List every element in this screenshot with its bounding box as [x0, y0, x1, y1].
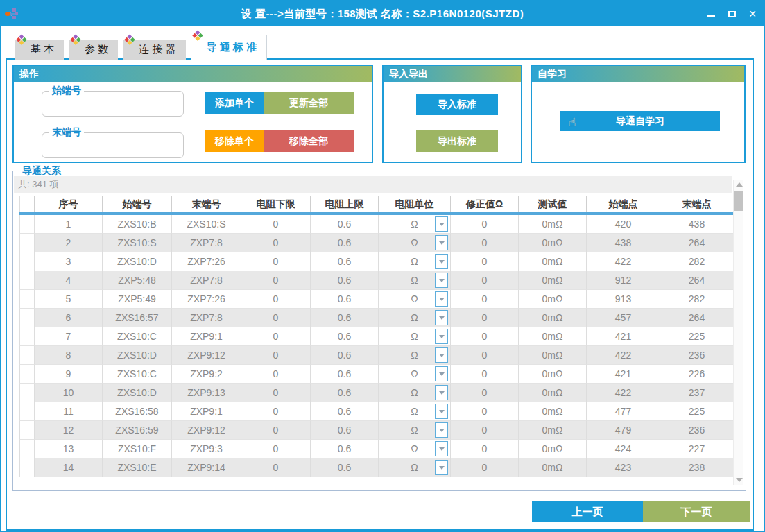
- row-indicator[interactable]: [19, 215, 35, 234]
- table-row[interactable]: 12 ZXS16:59 ZXP9:12 0 0.6 Ω 0 0mΩ 479 23…: [19, 421, 734, 440]
- cell-resistance-upper: 0.6: [311, 290, 379, 309]
- unit-value: Ω: [411, 275, 418, 286]
- start-terminal-label: 始端号: [49, 85, 84, 97]
- tab-connector[interactable]: 连 接 器: [123, 40, 185, 60]
- table-row[interactable]: 1 ZXS10:B ZXS10:S 0 0.6 Ω 0 0mΩ 420 438: [19, 215, 734, 234]
- row-indicator[interactable]: [19, 402, 35, 421]
- table-row[interactable]: 5 ZXP5:49 ZXP7:26 0 0.6 Ω 0 0mΩ 913 282: [19, 290, 734, 309]
- cell-start-point: 479: [587, 421, 660, 440]
- cell-resistance-upper: 0.6: [311, 458, 379, 477]
- unit-dropdown-button[interactable]: [435, 460, 448, 475]
- cell-end: ZXP7:26: [172, 290, 241, 309]
- end-terminal-input[interactable]: [46, 140, 179, 155]
- close-button[interactable]: ✕: [747, 8, 758, 19]
- cell-end-point: 282: [660, 252, 734, 271]
- table-row[interactable]: 13 ZXS10:F ZXP9:3 0 0.6 Ω 0 0mΩ 424 227: [19, 440, 734, 458]
- row-indicator[interactable]: [19, 440, 35, 458]
- cell-end: ZXP7:8: [172, 309, 241, 327]
- row-indicator[interactable]: [19, 384, 35, 402]
- tab-continuity-standard[interactable]: 导 通 标 准: [191, 35, 268, 60]
- unit-dropdown-button[interactable]: [435, 273, 448, 288]
- row-indicator[interactable]: [19, 458, 35, 477]
- cell-start: ZXS10:F: [103, 440, 172, 458]
- unit-dropdown-button[interactable]: [435, 366, 448, 381]
- cell-start: ZXP5:49: [103, 290, 172, 309]
- row-indicator[interactable]: [19, 309, 35, 327]
- cell-end-point: 236: [660, 421, 734, 440]
- unit-dropdown-button[interactable]: [435, 347, 448, 363]
- cell-correction: 0: [451, 458, 519, 477]
- table-row[interactable]: 7 ZXS10:C ZXP9:1 0 0.6 Ω 0 0mΩ 421 225: [19, 327, 734, 346]
- unit-value: Ω: [411, 350, 418, 361]
- cell-start: ZXS16:58: [103, 402, 172, 421]
- unit-dropdown-button[interactable]: [435, 216, 448, 232]
- minimize-button[interactable]: [705, 8, 716, 19]
- cell-resistance-upper: 0.6: [311, 402, 379, 421]
- unit-dropdown-button[interactable]: [435, 254, 448, 269]
- row-indicator[interactable]: [19, 252, 35, 271]
- cell-unit: Ω: [379, 234, 451, 252]
- tab-basic[interactable]: 基 本: [15, 40, 64, 60]
- cell-start-point: 421: [587, 327, 660, 346]
- remove-single-button[interactable]: 移除单个: [205, 130, 264, 152]
- export-standard-button[interactable]: 导出标准: [416, 130, 498, 152]
- unit-dropdown-button[interactable]: [435, 441, 448, 456]
- unit-dropdown-button[interactable]: [435, 422, 448, 438]
- unit-value: Ω: [411, 462, 418, 473]
- row-indicator[interactable]: [19, 421, 35, 440]
- item-count-text: 共: 341 项: [14, 176, 732, 193]
- next-page-button[interactable]: 下一页: [643, 501, 750, 522]
- cell-resistance-upper: 0.6: [311, 271, 379, 290]
- table-row[interactable]: 8 ZXS10:D ZXP9:12 0 0.6 Ω 0 0mΩ 422 236: [19, 346, 734, 365]
- table-row[interactable]: 6 ZXS16:57 ZXP7:8 0 0.6 Ω 0 0mΩ 457 264: [19, 309, 734, 327]
- cell-end-point: 264: [660, 271, 734, 290]
- update-all-button[interactable]: 更新全部: [264, 92, 354, 114]
- unit-dropdown-button[interactable]: [435, 291, 448, 307]
- end-terminal-label: 末端号: [49, 126, 84, 139]
- scroll-up-button[interactable]: [734, 180, 744, 189]
- cell-seq: 9: [35, 365, 103, 384]
- unit-dropdown-button[interactable]: [435, 235, 448, 250]
- cell-correction: 0: [451, 440, 519, 458]
- table-row[interactable]: 10 ZXS10:D ZXP9:13 0 0.6 Ω 0 0mΩ 422 237: [19, 384, 734, 402]
- row-indicator[interactable]: [19, 327, 35, 346]
- table-row[interactable]: 14 ZXS10:E ZXP9:14 0 0.6 Ω 0 0mΩ 423 238: [19, 458, 734, 477]
- table-row[interactable]: 11 ZXS16:58 ZXP9:1 0 0.6 Ω 0 0mΩ 477 225: [19, 402, 734, 421]
- cell-resistance-lower: 0: [241, 290, 311, 309]
- add-single-button[interactable]: 添加单个: [205, 92, 264, 114]
- cell-end: ZXP9:1: [172, 402, 241, 421]
- header-start-point: 始端点: [587, 196, 660, 212]
- unit-dropdown-button[interactable]: [435, 310, 448, 325]
- cell-start: ZXS10:D: [103, 346, 172, 365]
- cell-correction: 0: [451, 234, 519, 252]
- cell-seq: 12: [35, 421, 103, 440]
- unit-dropdown-button[interactable]: [435, 329, 448, 344]
- vertical-scrollbar[interactable]: [733, 180, 743, 485]
- cell-end-point: 282: [660, 290, 734, 309]
- import-standard-button[interactable]: 导入标准: [416, 94, 498, 115]
- maximize-button[interactable]: [726, 8, 737, 19]
- remove-all-button[interactable]: 移除全部: [264, 130, 354, 152]
- table-row[interactable]: 9 ZXS10:C ZXP9:2 0 0.6 Ω 0 0mΩ 421 226: [19, 365, 734, 384]
- scroll-down-button[interactable]: [734, 475, 744, 485]
- cell-end-point: 264: [660, 234, 734, 252]
- unit-dropdown-button[interactable]: [435, 385, 448, 400]
- row-indicator[interactable]: [19, 290, 35, 309]
- tab-parameters[interactable]: 参 数: [69, 40, 118, 60]
- dropdown-arrow-icon: [439, 466, 445, 470]
- continuity-self-learn-button[interactable]: ☝ 导通自学习: [560, 111, 720, 131]
- table-row[interactable]: 4 ZXP5:48 ZXP7:8 0 0.6 Ω 0 0mΩ 912 264: [19, 271, 734, 290]
- row-indicator[interactable]: [19, 365, 35, 384]
- table-row[interactable]: 3 ZXS10:D ZXP7:26 0 0.6 Ω 0 0mΩ 422 282: [19, 252, 734, 271]
- cell-start: ZXS10:E: [103, 458, 172, 477]
- table-row[interactable]: 2 ZXS10:S ZXP7:8 0 0.6 Ω 0 0mΩ 438 264: [19, 234, 734, 252]
- scrollbar-thumb[interactable]: [734, 191, 743, 211]
- cell-seq: 14: [35, 458, 103, 477]
- row-indicator[interactable]: [19, 346, 35, 365]
- row-indicator[interactable]: [19, 234, 35, 252]
- start-terminal-input[interactable]: [46, 98, 179, 114]
- unit-dropdown-button[interactable]: [435, 404, 448, 419]
- row-indicator[interactable]: [19, 271, 35, 290]
- cell-seq: 13: [35, 440, 103, 458]
- previous-page-button[interactable]: 上一页: [532, 501, 643, 522]
